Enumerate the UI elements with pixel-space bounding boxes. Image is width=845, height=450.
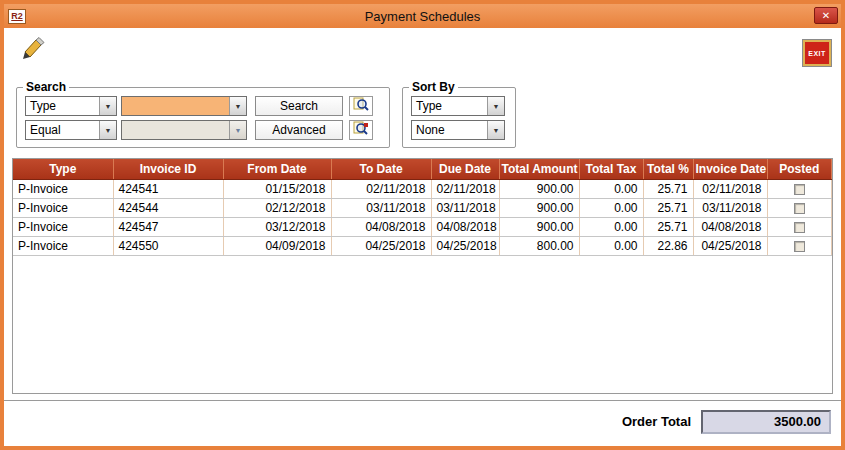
table-row[interactable]: P-Invoice42454402/12/201803/11/201803/11…: [13, 198, 832, 217]
search-lookup-button[interactable]: [349, 96, 373, 116]
column-header-posted[interactable]: Posted: [767, 159, 832, 179]
cell-invoice_date: 04/08/2018: [693, 217, 767, 236]
cell-posted: [767, 217, 832, 236]
search-operator-combobox[interactable]: Equal ▼: [25, 120, 117, 140]
cell-from_date: 04/09/2018: [223, 236, 331, 255]
order-total-value: 3500.00: [701, 410, 831, 434]
order-total-label: Order Total: [622, 414, 691, 429]
posted-checkbox[interactable]: [794, 203, 805, 214]
cell-type: P-Invoice: [13, 198, 113, 217]
column-header-total_pct[interactable]: Total %: [643, 159, 693, 179]
search-operator-value-text: [122, 121, 229, 139]
sort-secondary-combobox[interactable]: None ▼: [411, 120, 505, 140]
search-value-combobox[interactable]: ▼: [121, 96, 247, 116]
search-field-combobox[interactable]: Type ▼: [25, 96, 117, 116]
pencil-icon: [18, 48, 46, 63]
cell-total_amount: 900.00: [499, 198, 579, 217]
cell-invoice_date: 03/11/2018: [693, 198, 767, 217]
cell-from_date: 03/12/2018: [223, 217, 331, 236]
cell-posted: [767, 236, 832, 255]
cell-to_date: 02/11/2018: [331, 179, 431, 198]
column-header-type[interactable]: Type: [13, 159, 113, 179]
cell-to_date: 04/25/2018: [331, 236, 431, 255]
sortby-legend: Sort By: [409, 80, 458, 94]
search-field-value: Type: [26, 97, 99, 115]
window-title: Payment Schedules: [4, 9, 841, 24]
column-header-invoice_date[interactable]: Invoice Date: [693, 159, 767, 179]
sortby-groupbox: Sort By Type ▼ None ▼: [402, 80, 516, 148]
table-row[interactable]: P-Invoice42455004/09/201804/25/201804/25…: [13, 236, 832, 255]
cell-due_date: 04/25/2018: [431, 236, 499, 255]
table-row[interactable]: P-Invoice42454101/15/201802/11/201802/11…: [13, 179, 832, 198]
cell-total_amount: 900.00: [499, 179, 579, 198]
titlebar[interactable]: R2 Payment Schedules ✕: [4, 4, 841, 28]
search-button[interactable]: Search: [255, 96, 343, 116]
cell-due_date: 03/11/2018: [431, 198, 499, 217]
cell-posted: [767, 179, 832, 198]
cell-from_date: 02/12/2018: [223, 198, 331, 217]
cell-posted: [767, 198, 832, 217]
posted-checkbox[interactable]: [794, 241, 805, 252]
cell-to_date: 03/11/2018: [331, 198, 431, 217]
sort-primary-combobox[interactable]: Type ▼: [411, 96, 505, 116]
column-header-total_tax[interactable]: Total Tax: [579, 159, 643, 179]
search-operator-value-combobox: ▼: [121, 120, 247, 140]
cell-from_date: 01/15/2018: [223, 179, 331, 198]
table-header-row: TypeInvoice IDFrom DateTo DateDue DateTo…: [13, 159, 832, 179]
posted-checkbox[interactable]: [794, 222, 805, 233]
sort-primary-value: Type: [412, 97, 487, 115]
cell-type: P-Invoice: [13, 236, 113, 255]
search-operator-value: Equal: [26, 121, 99, 139]
invoice-table: TypeInvoice IDFrom DateTo DateDue DateTo…: [13, 159, 832, 256]
magnifier-icon: [353, 97, 369, 116]
cell-to_date: 04/08/2018: [331, 217, 431, 236]
cell-type: P-Invoice: [13, 179, 113, 198]
sort-secondary-value: None: [412, 121, 487, 139]
column-header-to_date[interactable]: To Date: [331, 159, 431, 179]
column-header-invoice_id[interactable]: Invoice ID: [113, 159, 223, 179]
chevron-down-icon[interactable]: ▼: [487, 97, 504, 115]
column-header-from_date[interactable]: From Date: [223, 159, 331, 179]
cell-type: P-Invoice: [13, 217, 113, 236]
edit-button[interactable]: [16, 36, 48, 62]
payment-schedules-window: R2 Payment Schedules ✕ EXIT Search Type …: [0, 0, 845, 450]
chevron-down-icon[interactable]: ▼: [229, 97, 246, 115]
column-header-total_amount[interactable]: Total Amount: [499, 159, 579, 179]
cell-total_pct: 25.71: [643, 217, 693, 236]
chevron-down-icon: ▼: [229, 121, 246, 139]
posted-checkbox[interactable]: [794, 184, 805, 195]
chevron-down-icon[interactable]: ▼: [487, 121, 504, 139]
cell-invoice_id: 424550: [113, 236, 223, 255]
cell-total_tax: 0.00: [579, 236, 643, 255]
footer-bar: Order Total 3500.00: [4, 400, 841, 446]
column-header-due_date[interactable]: Due Date: [431, 159, 499, 179]
search-legend: Search: [23, 80, 69, 94]
cell-invoice_id: 424547: [113, 217, 223, 236]
advanced-lookup-button[interactable]: [349, 120, 373, 140]
cell-due_date: 02/11/2018: [431, 179, 499, 198]
cell-due_date: 04/08/2018: [431, 217, 499, 236]
cell-invoice_id: 424541: [113, 179, 223, 198]
search-value-text: [122, 97, 229, 115]
chevron-down-icon[interactable]: ▼: [99, 97, 116, 115]
cell-total_amount: 800.00: [499, 236, 579, 255]
cell-total_amount: 900.00: [499, 217, 579, 236]
search-groupbox: Search Type ▼ ▼ Search Equal ▼: [16, 80, 390, 148]
cell-total_tax: 0.00: [579, 198, 643, 217]
close-button[interactable]: ✕: [814, 7, 838, 24]
chevron-down-icon[interactable]: ▼: [99, 121, 116, 139]
advanced-magnifier-icon: [353, 121, 369, 140]
cell-invoice_id: 424544: [113, 198, 223, 217]
advanced-button[interactable]: Advanced: [255, 120, 343, 140]
cell-total_tax: 0.00: [579, 217, 643, 236]
cell-total_pct: 22.86: [643, 236, 693, 255]
cell-total_tax: 0.00: [579, 179, 643, 198]
cell-total_pct: 25.71: [643, 198, 693, 217]
cell-invoice_date: 04/25/2018: [693, 236, 767, 255]
invoice-table-body: P-Invoice42454101/15/201802/11/201802/11…: [13, 179, 832, 255]
invoice-grid: TypeInvoice IDFrom DateTo DateDue DateTo…: [12, 158, 833, 394]
exit-button[interactable]: EXIT: [803, 40, 831, 66]
cell-invoice_date: 02/11/2018: [693, 179, 767, 198]
table-row[interactable]: P-Invoice42454703/12/201804/08/201804/08…: [13, 217, 832, 236]
cell-total_pct: 25.71: [643, 179, 693, 198]
